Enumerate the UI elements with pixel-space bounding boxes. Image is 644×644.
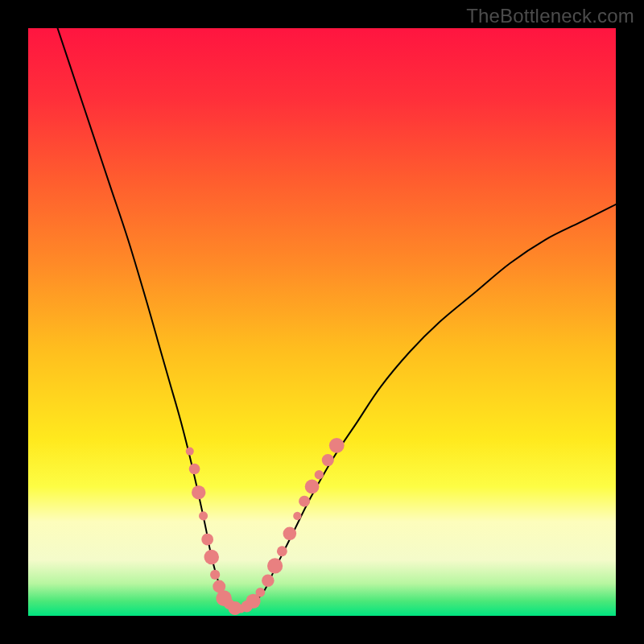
highlight-dot [293, 512, 301, 520]
highlight-dot [305, 480, 320, 494]
highlight-dot [267, 558, 283, 573]
highlight-dot [299, 496, 310, 507]
highlight-dot [283, 527, 297, 541]
highlight-dot [322, 454, 334, 466]
highlight-dot [204, 550, 220, 565]
highlight-dot [277, 546, 287, 556]
watermark-text: TheBottleneck.com [466, 5, 634, 27]
highlight-dot [329, 438, 345, 453]
highlight-dot [201, 534, 213, 546]
highlight-dot [186, 448, 194, 456]
highlight-dot [192, 485, 205, 499]
highlight-dot [199, 511, 208, 520]
highlight-dot [210, 570, 220, 580]
highlight-dot [189, 464, 200, 475]
highlight-dot [262, 574, 275, 587]
gradient-background [28, 28, 616, 616]
outer-frame: TheBottleneck.com [0, 0, 644, 644]
chart-svg [28, 28, 616, 616]
highlight-dot [315, 470, 324, 479]
plot-area [28, 28, 616, 616]
highlight-dot [255, 588, 265, 597]
